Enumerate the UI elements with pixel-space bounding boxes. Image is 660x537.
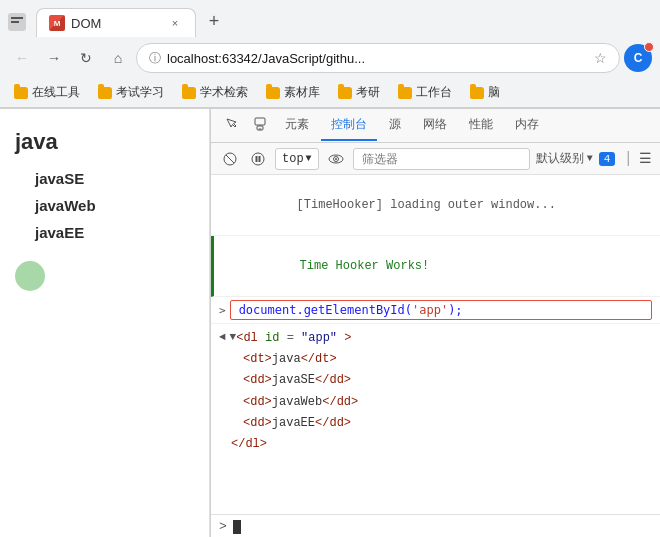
folder-icon-6 xyxy=(470,87,484,99)
log-level-label: 默认级别 xyxy=(536,150,584,167)
bookmarks-bar: 在线工具 考试学习 学术检索 素材库 考研 工作台 脑 xyxy=(0,78,660,108)
svg-point-7 xyxy=(252,153,264,165)
forward-button[interactable]: → xyxy=(40,44,68,72)
log-level-selector[interactable]: 默认级别 ▼ xyxy=(536,150,593,167)
svg-rect-8 xyxy=(256,156,258,162)
profile-button[interactable]: C xyxy=(624,44,652,72)
page-list: javaSE javaWeb javaEE xyxy=(35,165,194,246)
title-bar: M DOM × + xyxy=(0,0,660,38)
bookmark-label-5: 工作台 xyxy=(416,84,452,101)
dom-expand-icon[interactable]: ▼ xyxy=(230,329,237,347)
dom-line-root: ◄ ▼ <dl id = "app" > xyxy=(219,328,652,349)
tab-favicon: M xyxy=(49,15,65,31)
tab-area: M DOM × + xyxy=(36,7,652,37)
svg-rect-4 xyxy=(259,128,262,129)
window-control[interactable] xyxy=(8,13,26,31)
top-selector[interactable]: top ▼ xyxy=(275,148,319,170)
tab-close-button[interactable]: × xyxy=(167,15,183,31)
eye-button[interactable] xyxy=(325,148,347,170)
svg-rect-2 xyxy=(255,118,265,125)
svg-rect-0 xyxy=(11,17,23,19)
console-line-text-0: [TimeHooker] loading outer window... xyxy=(297,198,556,212)
info-icon: ⓘ xyxy=(149,50,161,67)
page-circle xyxy=(15,261,45,291)
device-icon[interactable] xyxy=(247,111,273,141)
folder-icon-2 xyxy=(182,87,196,99)
bookmark-item-5[interactable]: 工作台 xyxy=(392,82,458,103)
bookmark-item-3[interactable]: 素材库 xyxy=(260,82,326,103)
top-label: top xyxy=(282,152,304,166)
folder-icon-1 xyxy=(98,87,112,99)
folder-icon-3 xyxy=(266,87,280,99)
bookmark-item-2[interactable]: 学术检索 xyxy=(176,82,254,103)
command-text: document.getElementById('app'); xyxy=(239,303,463,317)
list-item-0: javaSE xyxy=(35,165,194,192)
dom-line-close: </dl> xyxy=(219,434,652,455)
tab-title: DOM xyxy=(71,16,101,31)
console-command-area: > document.getElementById('app'); xyxy=(211,297,660,324)
console-prompt-label: > xyxy=(219,519,227,534)
svg-point-12 xyxy=(335,158,337,160)
bookmark-item-6[interactable]: 脑 xyxy=(464,82,506,103)
console-output: [TimeHooker] loading outer window... Tim… xyxy=(211,175,660,514)
dom-collapse-icon[interactable]: ◄ xyxy=(219,329,226,347)
bookmark-label-1: 考试学习 xyxy=(116,84,164,101)
dom-line-dd-1: <dd>javaWeb</dd> xyxy=(219,392,652,413)
tab-elements[interactable]: 元素 xyxy=(275,110,319,141)
folder-icon-0 xyxy=(14,87,28,99)
bookmark-label-3: 素材库 xyxy=(284,84,320,101)
bookmark-label-0: 在线工具 xyxy=(32,84,80,101)
tab-console[interactable]: 控制台 xyxy=(321,110,377,141)
devtools-panel: 元素 控制台 源 网络 性能 内存 xyxy=(210,109,660,537)
log-count-badge: 4 xyxy=(599,152,616,166)
tab-sources[interactable]: 源 xyxy=(379,110,411,141)
dom-tree: ◄ ▼ <dl id = "app" > <dt>java</dt> <dd xyxy=(211,324,660,459)
reload-button[interactable]: ↻ xyxy=(72,44,100,72)
svg-rect-9 xyxy=(259,156,261,162)
dom-line-dd-0: <dd>javaSE</dd> xyxy=(219,370,652,391)
address-bar[interactable]: ⓘ localhost:63342/JavaScript/githu... ☆ xyxy=(136,43,620,73)
filter-input[interactable] xyxy=(353,148,530,170)
address-text: localhost:63342/JavaScript/githu... xyxy=(167,51,588,66)
new-tab-button[interactable]: + xyxy=(200,7,228,35)
folder-icon-4 xyxy=(338,87,352,99)
list-item-2: javaEE xyxy=(35,219,194,246)
clear-console-button[interactable] xyxy=(219,148,241,170)
bookmark-label-6: 脑 xyxy=(488,84,500,101)
dom-line-dt: <dt>java</dt> xyxy=(219,349,652,370)
page-content: java javaSE javaWeb javaEE xyxy=(0,109,210,537)
profile-badge xyxy=(644,42,654,52)
browser-chrome: M DOM × + ← → ↻ ⌂ ⓘ localhost:63342/Java… xyxy=(0,0,660,109)
devtools-tabs: 元素 控制台 源 网络 性能 内存 xyxy=(211,109,660,143)
sidebar-icon[interactable]: ☰ xyxy=(639,150,652,167)
svg-line-6 xyxy=(226,155,234,163)
bookmark-icon[interactable]: ☆ xyxy=(594,50,607,66)
console-input-line[interactable]: > xyxy=(211,514,660,537)
console-line-1: Time Hooker Works! xyxy=(211,236,660,297)
console-cursor xyxy=(233,520,241,534)
console-line-text-1: Time Hooker Works! xyxy=(300,259,430,273)
bookmark-item-0[interactable]: 在线工具 xyxy=(8,82,86,103)
bookmark-label-4: 考研 xyxy=(356,84,380,101)
back-button[interactable]: ← xyxy=(8,44,36,72)
command-prompt-icon: > xyxy=(219,304,226,317)
inspect-icon[interactable] xyxy=(219,111,245,141)
dropdown-arrow-icon: ▼ xyxy=(306,153,312,164)
folder-icon-5 xyxy=(398,87,412,99)
tab-memory[interactable]: 内存 xyxy=(505,110,549,141)
vertical-divider: | xyxy=(623,150,633,168)
dom-line-dd-2: <dd>javaEE</dd> xyxy=(219,413,652,434)
bookmark-item-4[interactable]: 考研 xyxy=(332,82,386,103)
console-line-0: [TimeHooker] loading outer window... xyxy=(211,175,660,236)
log-level-arrow-icon: ▼ xyxy=(587,153,593,164)
nav-bar: ← → ↻ ⌂ ⓘ localhost:63342/JavaScript/git… xyxy=(0,38,660,78)
pause-button[interactable] xyxy=(247,148,269,170)
page-title: java xyxy=(15,129,194,155)
active-tab[interactable]: M DOM × xyxy=(36,8,196,37)
tab-network[interactable]: 网络 xyxy=(413,110,457,141)
home-button[interactable]: ⌂ xyxy=(104,44,132,72)
tab-performance[interactable]: 性能 xyxy=(459,110,503,141)
bookmark-label-2: 学术检索 xyxy=(200,84,248,101)
bookmark-item-1[interactable]: 考试学习 xyxy=(92,82,170,103)
command-box[interactable]: document.getElementById('app'); xyxy=(230,300,652,320)
